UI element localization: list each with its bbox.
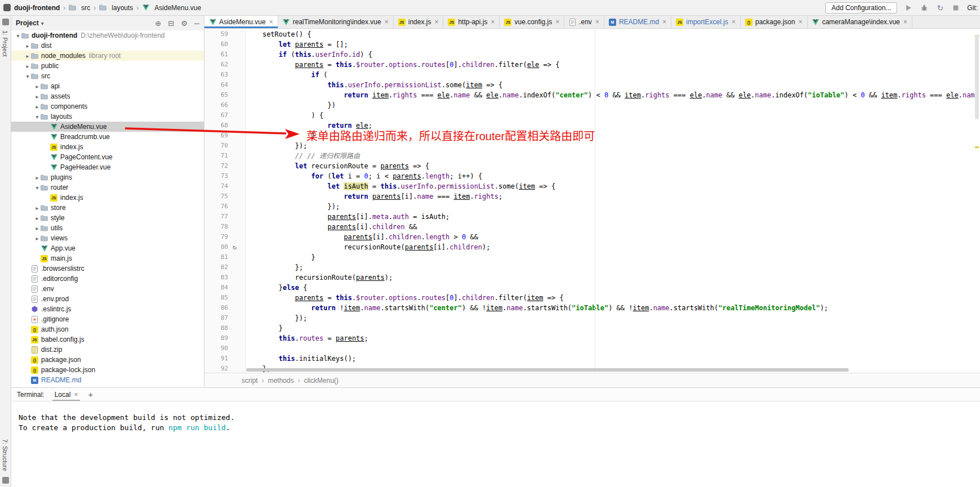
code-line[interactable]: 89 this.routes = parents; <box>204 333 980 343</box>
tree-item[interactable]: ▸api <box>11 81 204 91</box>
tree-item[interactable]: Breadcrumb.vue <box>11 132 204 142</box>
tree-item[interactable]: ▸plugins <box>11 172 204 182</box>
breadcrumb-item[interactable]: duoji-frontend <box>14 4 60 12</box>
project-view-dropdown[interactable]: Project ▾ <box>16 19 44 27</box>
code-line[interactable]: 80↻ recursionRoute(parents[i].children); <box>204 242 980 252</box>
settings-icon[interactable]: ⚙ <box>181 19 188 28</box>
vertical-scrollbar[interactable] <box>975 35 979 119</box>
code-line[interactable]: 75 return parents[i].name === item.right… <box>204 191 980 202</box>
tree-item[interactable]: PageContent.vue <box>11 152 204 162</box>
code-line[interactable]: 72 let recursionRoute = parents => { <box>204 161 980 171</box>
code-line[interactable]: 71 // // 递归权限路由 <box>204 151 980 161</box>
tree-item[interactable]: JSbabel.config.js <box>11 334 204 345</box>
code-line[interactable]: 86 return !item.name.startsWith("center"… <box>204 303 980 313</box>
close-icon[interactable]: × <box>595 19 599 25</box>
debug-icon[interactable] <box>920 3 929 12</box>
tree-item[interactable]: ▸store <box>11 203 204 213</box>
chevron-open-icon[interactable]: ▾ <box>24 73 31 79</box>
code-line[interactable]: 77 parents[i].meta.auth = isAuth; <box>204 212 980 222</box>
chevron-closed-icon[interactable]: ▸ <box>24 53 31 59</box>
close-icon[interactable]: × <box>385 19 389 25</box>
code-line[interactable]: 87 }); <box>204 313 980 323</box>
code-line[interactable]: 74 let isAuth = this.userInfo.permission… <box>204 181 980 191</box>
code-line[interactable]: 84 }else { <box>204 283 980 293</box>
locate-file-icon[interactable]: ⊕ <box>155 19 161 28</box>
chevron-closed-icon[interactable]: ▸ <box>34 205 41 211</box>
close-icon[interactable]: × <box>732 19 736 25</box>
code-line[interactable]: 85 parents = this.$router.options.routes… <box>204 293 980 303</box>
tree-item[interactable]: {}package-lock.json <box>11 365 204 375</box>
code-line[interactable]: 61 if (this.userInfo.id) { <box>204 50 980 60</box>
tree-item[interactable]: .gitignore <box>11 314 204 324</box>
tree-item[interactable]: ▾duoji-frontend D:\zheheWeb\duoji-fronte… <box>11 30 204 41</box>
code-line[interactable]: 60 let parents = []; <box>204 39 980 50</box>
tool-button-project[interactable]: 1: Project <box>2 30 8 56</box>
update-project-icon[interactable]: ↻ <box>936 3 945 12</box>
code-line[interactable]: 64 this.userInfo.permissionList.some(ite… <box>204 80 980 90</box>
code-line[interactable]: 63 if ( <box>204 70 980 80</box>
tree-item[interactable]: {}package.json <box>11 355 204 365</box>
git-branch-label[interactable]: Git: <box>967 4 978 12</box>
editor-tab[interactable]: realTimeMonitoring\index.vue× <box>278 16 394 28</box>
editor-tab[interactable]: cameraManage\index.vue× <box>808 16 912 28</box>
tree-item[interactable]: ▸views <box>11 233 204 243</box>
chevron-closed-icon[interactable]: ▸ <box>24 43 31 49</box>
tree-item[interactable]: ▾layouts <box>11 111 204 122</box>
tree-item[interactable]: JSindex.js <box>11 142 204 152</box>
code-line[interactable]: 59 setRoute() { <box>204 29 980 39</box>
tree-item[interactable]: ▸node_modules library root <box>11 51 204 61</box>
add-configuration-button[interactable]: Add Configuration... <box>825 2 897 14</box>
close-icon[interactable]: × <box>434 19 438 25</box>
close-icon[interactable]: × <box>662 19 666 25</box>
warning-mark[interactable] <box>975 146 979 148</box>
code-editor[interactable]: 59 setRoute() {60 let parents = [];61 if… <box>204 29 980 373</box>
editor-tab[interactable]: {}package.json× <box>741 16 808 28</box>
close-icon[interactable]: × <box>74 391 78 399</box>
code-line[interactable]: 83 recursionRoute(parents); <box>204 272 980 283</box>
chevron-open-icon[interactable]: ▾ <box>15 33 21 39</box>
tree-item[interactable]: MREADME.md <box>11 375 204 385</box>
tree-item[interactable]: PageHeader.vue <box>11 162 204 172</box>
run-icon[interactable] <box>904 3 913 12</box>
terminal-output[interactable]: Note that the development build is not o… <box>11 401 980 433</box>
horizontal-scrollbar[interactable] <box>246 368 849 372</box>
bottom-tool-icon[interactable] <box>2 477 9 484</box>
close-icon[interactable]: × <box>799 19 803 25</box>
tree-item[interactable]: {}auth.json <box>11 324 204 334</box>
tree-item[interactable]: .eslintrc.js <box>11 304 204 314</box>
code-line[interactable]: 73 for (let i = 0; i < parents.length; i… <box>204 171 980 181</box>
close-icon[interactable]: × <box>555 19 559 25</box>
tree-item[interactable]: ▾router <box>11 182 204 193</box>
code-line[interactable]: 62 parents = this.$router.options.routes… <box>204 60 980 70</box>
tree-item[interactable]: ▾src <box>11 71 204 81</box>
editor-tab[interactable]: .env× <box>564 16 604 28</box>
editor-tab[interactable]: JShttp-api.js× <box>443 16 500 28</box>
tree-item[interactable]: dist.zip <box>11 345 204 355</box>
chevron-open-icon[interactable]: ▾ <box>34 114 41 120</box>
chevron-closed-icon[interactable]: ▸ <box>34 83 41 90</box>
editor-tab[interactable]: JSvue.config.js× <box>500 16 564 28</box>
close-icon[interactable]: × <box>491 19 495 25</box>
app-icon[interactable] <box>3 4 11 11</box>
chevron-closed-icon[interactable]: ▸ <box>34 93 41 100</box>
chevron-closed-icon[interactable]: ▸ <box>34 104 41 110</box>
editor-tab[interactable]: JSimportExcel.js× <box>671 16 741 28</box>
tree-item[interactable]: App.vue <box>11 243 204 253</box>
breadcrumb-item[interactable]: src <box>69 4 90 12</box>
code-line[interactable]: 88 } <box>204 323 980 333</box>
terminal-tab-local[interactable]: Local × <box>52 388 81 401</box>
code-line[interactable]: 79 parents[i].children.length > 0 && <box>204 232 980 242</box>
project-tool-icon[interactable] <box>2 19 9 25</box>
code-line[interactable]: 91 this.initialKeys(); <box>204 354 980 364</box>
code-line[interactable]: 66 }) <box>204 100 980 110</box>
code-line[interactable]: 76 }); <box>204 202 980 212</box>
chevron-closed-icon[interactable]: ▸ <box>34 215 41 221</box>
code-line[interactable]: 90 <box>204 343 980 354</box>
collapse-all-icon[interactable]: ⊟ <box>168 19 174 28</box>
chevron-open-icon[interactable]: ▾ <box>34 185 41 191</box>
tree-item[interactable]: .browserslistrc <box>11 263 204 274</box>
code-line[interactable]: 78 parents[i].children && <box>204 222 980 232</box>
editor-tab[interactable]: MREADME.md× <box>604 16 671 28</box>
code-line[interactable]: 67 ) { <box>204 110 980 120</box>
tree-item[interactable]: ▸utils <box>11 223 204 233</box>
